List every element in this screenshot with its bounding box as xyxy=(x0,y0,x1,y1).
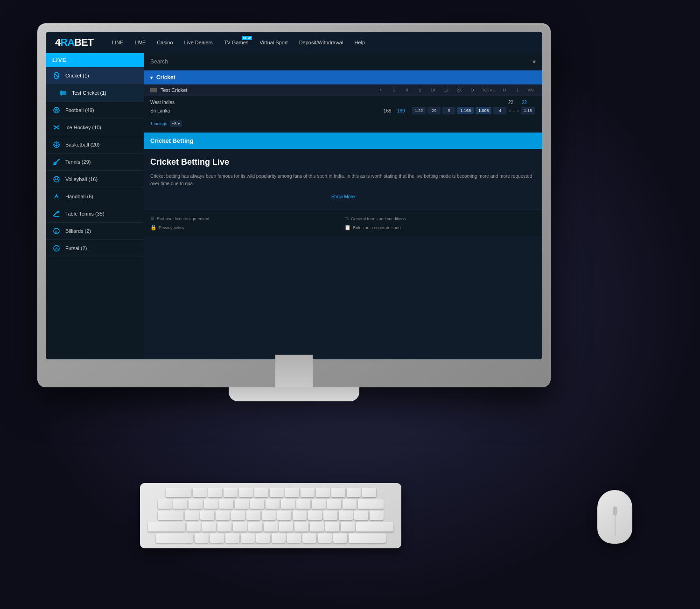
sidebar-item-volleyball[interactable]: Volleyball (16) xyxy=(46,171,144,188)
svg-text:8: 8 xyxy=(55,230,57,233)
sidebar-item-ice-hockey[interactable]: Ice Hockey (10) xyxy=(46,119,144,136)
odds-btn-7[interactable]: 1.18 xyxy=(521,107,535,114)
key-f8 xyxy=(301,488,315,497)
col-1x: 1X xyxy=(428,88,438,92)
footer-link-rules[interactable]: 📋 Rules on a separate sport xyxy=(344,224,536,231)
odds-btn-4[interactable]: 1.168 xyxy=(457,107,474,114)
section-chevron-icon: ▾ xyxy=(150,75,153,80)
footer-link-terms[interactable]: ⚖ General terms and conditions xyxy=(344,216,536,222)
odds-btn-6[interactable]: 4 xyxy=(493,107,506,114)
sidebar-item-handball[interactable]: Handball (6) xyxy=(46,188,144,205)
team-score-wi: 22 xyxy=(508,100,520,105)
svg-line-15 xyxy=(54,212,57,216)
nav-help[interactable]: Help xyxy=(350,37,370,48)
col-u: U xyxy=(499,88,510,92)
sidebar-item-football[interactable]: Football (49) xyxy=(46,102,144,119)
nav-line[interactable]: LINE xyxy=(107,37,128,48)
more-markets-badge[interactable]: +8 ▾ xyxy=(170,120,182,127)
footer-eula-label: End-user licence agreement xyxy=(157,217,210,221)
key-shift-left xyxy=(156,533,193,543)
key-3 xyxy=(204,499,218,509)
tv-games-label: TV Games xyxy=(224,40,249,45)
mouse xyxy=(597,490,632,544)
svg-marker-21 xyxy=(55,247,58,250)
cricket-section-header[interactable]: ▾ Cricket xyxy=(144,70,542,84)
footer-link-eula[interactable]: ⚙ End-user licence agreement xyxy=(150,216,342,222)
key-f9 xyxy=(316,488,330,497)
key-backspace xyxy=(358,499,384,509)
sidebar-item-cricket[interactable]: Cricket (1) xyxy=(46,67,144,84)
volleyball-icon xyxy=(52,175,61,183)
nav-items: LINE LIVE Casino Live Dealers TV Games N… xyxy=(107,37,370,48)
key-7 xyxy=(266,499,280,509)
odds-btn-1[interactable]: 1.22 xyxy=(412,107,426,114)
key-minus xyxy=(327,499,341,509)
football-icon xyxy=(52,106,61,114)
rules-icon: 📋 xyxy=(344,224,351,231)
svg-point-12 xyxy=(54,176,59,182)
tennis-icon xyxy=(52,158,61,166)
sidebar-item-table-tennis[interactable]: Table Tennis (35) xyxy=(46,205,144,223)
sidebar-volleyball-label: Volleyball (16) xyxy=(65,176,98,182)
team-name-sri-lanka: Sri Lanka xyxy=(150,108,384,113)
monitor-stand-neck xyxy=(275,355,313,387)
key-w xyxy=(200,511,214,520)
key-y xyxy=(262,511,276,520)
key-row-5 xyxy=(145,533,397,544)
nav-virtual-sport[interactable]: Virtual Sport xyxy=(255,37,292,48)
key-escape xyxy=(166,488,191,497)
col-1b: 1 xyxy=(512,88,523,92)
sidebar-billiards-label: Billiards (2) xyxy=(65,228,91,234)
svg-rect-2 xyxy=(60,91,66,95)
key-row-1 xyxy=(145,488,397,498)
team-score-sl: 169 xyxy=(384,108,395,113)
col-1: 1 xyxy=(389,88,399,92)
key-g xyxy=(248,522,262,532)
nav-casino[interactable]: Casino xyxy=(152,37,177,48)
key-equal xyxy=(343,499,357,509)
key-m xyxy=(287,533,301,543)
nav-live[interactable]: LIVE xyxy=(130,37,151,48)
key-semicolon xyxy=(325,522,339,532)
sidebar-item-billiards[interactable]: 8 Billiards (2) xyxy=(46,223,144,240)
show-more-link[interactable]: Show More xyxy=(150,192,536,201)
nav-live-dealers[interactable]: Live Dealers xyxy=(180,37,217,48)
odds-btn-3[interactable]: 5 xyxy=(442,107,455,114)
key-quote xyxy=(341,522,355,532)
sidebar-item-basketball[interactable]: Basketball (20) xyxy=(46,136,144,154)
mouse-divider xyxy=(615,514,615,536)
sidebar-item-test-cricket[interactable]: Test Cricket (1) xyxy=(46,84,144,102)
logo: 4RABET xyxy=(55,36,93,49)
key-1 xyxy=(173,499,187,509)
section-label: Cricket xyxy=(156,74,175,81)
key-a xyxy=(187,522,201,532)
key-slash xyxy=(333,533,347,543)
table-tennis-icon xyxy=(52,210,61,218)
key-comma xyxy=(302,533,316,543)
odds-btn-2[interactable]: 29 xyxy=(427,107,441,114)
col-total: TOTAL xyxy=(480,88,497,92)
nav-deposit[interactable]: Deposit/Withdrawal xyxy=(294,37,348,48)
sidebar: LIVE Cricket (1) xyxy=(46,53,144,359)
key-b xyxy=(256,533,270,543)
key-h xyxy=(264,522,278,532)
monitor: 4RABET LINE LIVE Casino Live Dealers TV … xyxy=(37,23,551,387)
odds-btn-5[interactable]: 1.008 xyxy=(476,107,492,114)
app: 4RABET LINE LIVE Casino Live Dealers TV … xyxy=(46,32,542,359)
key-q xyxy=(185,511,199,520)
key-r xyxy=(231,511,245,520)
team-live-score-wi: 22 xyxy=(522,100,532,105)
key-p xyxy=(323,511,337,520)
innings-badge: 1 innings xyxy=(150,121,167,126)
svg-point-16 xyxy=(57,211,60,213)
key-0 xyxy=(312,499,326,509)
search-bar[interactable]: Search ▾ xyxy=(144,53,542,70)
footer-privacy-label: Privacy policy xyxy=(159,225,184,230)
sidebar-item-tennis[interactable]: Tennis (29) xyxy=(46,154,144,171)
nav-tv-games[interactable]: TV Games NEW xyxy=(219,37,253,48)
footer-link-privacy[interactable]: 🔒 Privacy policy xyxy=(150,224,342,231)
sidebar-item-futsal[interactable]: Futsal (2) xyxy=(46,240,144,257)
tv-games-badge: NEW xyxy=(242,36,252,40)
footer-links: ⚙ End-user licence agreement ⚖ General t… xyxy=(144,210,542,236)
main-layout: LIVE Cricket (1) xyxy=(46,53,542,359)
